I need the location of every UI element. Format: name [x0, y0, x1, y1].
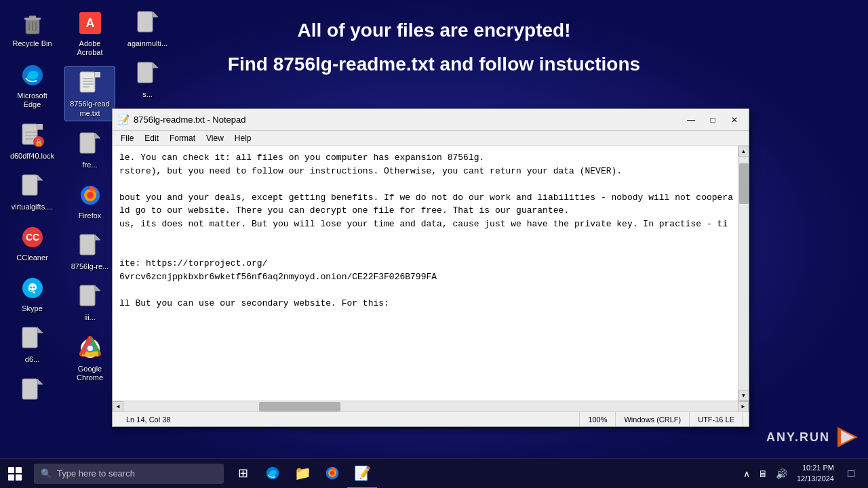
skype-label: Skype: [22, 304, 43, 313]
desktop-icon-s[interactable]: s...: [122, 58, 173, 102]
svg-rect-24: [22, 379, 37, 399]
virtualgifts-icon: [19, 173, 46, 200]
svg-point-39: [87, 192, 94, 199]
desktop-icon-8756lg-re2[interactable]: 8756lg-re...: [64, 230, 115, 274]
desktop-icon-adobe-acrobat[interactable]: A Adobe Acrobat: [64, 7, 115, 60]
notepad-content-area: le. You can check it: all files on you c…: [113, 146, 749, 401]
adobe-acrobat-icon: A: [77, 9, 104, 37]
taskbar-explorer-button[interactable]: 📁: [288, 459, 317, 489]
taskbar: 🔍 Type here to search ⊞ 📁 📝 ∧ 🖥 🔊: [0, 458, 868, 488]
desktop-icons-area: Recycle Bin Microsoft Edge 🔒 d6: [0, 0, 108, 441]
desktop-icon-microsoft-edge[interactable]: Microsoft Edge: [7, 59, 58, 112]
desktop-icon-d60dff40[interactable]: 🔒 d60dff40.lock: [7, 119, 58, 163]
search-icon: 🔍: [41, 468, 52, 479]
menu-edit[interactable]: Edit: [139, 132, 164, 144]
svg-text:🔒: 🔒: [35, 138, 43, 146]
hscroll-left-button[interactable]: ◀: [113, 401, 123, 412]
recycle-bin-label: Recycle Bin: [12, 39, 52, 48]
tray-network-icon[interactable]: 🖥: [755, 467, 770, 481]
svg-marker-23: [37, 327, 43, 333]
s-label: s...: [142, 90, 153, 99]
desktop-icon-ccleaner[interactable]: CC CCleaner: [7, 221, 58, 265]
menu-file[interactable]: File: [115, 132, 139, 144]
svg-marker-51: [153, 62, 158, 68]
desktop-icon-iii[interactable]: iii...: [64, 281, 115, 325]
scroll-thumb[interactable]: [739, 163, 749, 204]
desktop-icon-file-d[interactable]: d6...: [7, 323, 58, 367]
desktop-icon-file2[interactable]: [7, 374, 58, 409]
scroll-up-button[interactable]: ▲: [738, 146, 749, 157]
tray-chevron-icon[interactable]: ∧: [741, 467, 753, 481]
taskbar-firefox-button[interactable]: [317, 459, 347, 489]
scroll-down-button[interactable]: ▼: [738, 390, 749, 401]
desktop-icon-fre[interactable]: fre...: [64, 128, 115, 172]
vertical-scrollbar[interactable]: ▲ ▼: [738, 146, 749, 401]
status-encoding: UTF-16 LE: [690, 412, 743, 426]
google-chrome-icon: [77, 335, 104, 362]
svg-text:CC: CC: [25, 232, 39, 243]
notepad-taskbar-icon: 📝: [354, 465, 371, 481]
hscroll-right-button[interactable]: ▶: [738, 401, 749, 412]
svg-text:A: A: [85, 16, 94, 30]
menu-view[interactable]: View: [201, 132, 229, 144]
anyrun-watermark: ANY.RUN: [766, 424, 861, 451]
notepad-titlebar: 📝 8756lg-readme.txt - Notepad — □ ✕: [113, 109, 749, 131]
s-icon: [134, 60, 161, 87]
svg-marker-36: [95, 133, 100, 138]
status-position: Ln 14, Col 38: [118, 412, 580, 426]
desktop-icon-recycle-bin[interactable]: Recycle Bin: [7, 7, 58, 51]
virtualgifts-label: virtualgifts....: [12, 203, 54, 211]
desktop-icon-skype[interactable]: Skype: [7, 272, 58, 316]
svg-rect-42: [80, 285, 95, 306]
hscroll-thumb[interactable]: [259, 402, 340, 411]
iii-icon: [77, 283, 104, 310]
8756lg-re2-label: 8756lg-re...: [71, 262, 109, 271]
microsoft-edge-label: Microsoft Edge: [9, 92, 55, 109]
maximize-button[interactable]: □: [704, 113, 722, 127]
8756lg-re2-icon: [77, 232, 104, 260]
svg-rect-40: [80, 235, 95, 255]
menu-format[interactable]: Format: [164, 132, 201, 144]
firefox-label: Firefox: [79, 211, 102, 220]
scroll-track[interactable]: [738, 157, 749, 390]
edge-taskbar-icon: [264, 465, 281, 481]
notepad-text-area[interactable]: le. You can check it: all files on you c…: [113, 146, 738, 401]
taskbar-search[interactable]: 🔍 Type here to search: [34, 464, 224, 484]
microsoft-edge-icon: [19, 62, 46, 89]
recycle-bin-icon: [19, 9, 46, 37]
taskbar-tray: ∧ 🖥 🔊 10:21 PM 12/13/2024 □: [734, 462, 868, 485]
search-placeholder-text: Type here to search: [57, 468, 135, 479]
8756lg-readme-label: 8756lg-read me.txt: [68, 100, 112, 117]
hscroll-track[interactable]: [123, 401, 738, 411]
clock-date: 12/13/2024: [797, 474, 834, 484]
horizontal-scrollbar[interactable]: ◀ ▶: [113, 401, 749, 411]
desktop-icon-google-chrome[interactable]: Google Chrome: [64, 332, 115, 385]
8756lg-readme-icon: [77, 70, 104, 97]
status-line-ending: Windows (CRLF): [616, 412, 690, 426]
taskbar-notepad-button[interactable]: 📝: [347, 459, 377, 489]
menu-help[interactable]: Help: [229, 132, 257, 144]
notepad-title-text: 8756lg-readme.txt - Notepad: [134, 115, 678, 125]
minimize-button[interactable]: —: [682, 113, 700, 127]
clock-time: 10:21 PM: [797, 463, 834, 473]
ccleaner-icon: CC: [19, 224, 46, 251]
taskbar-edge-button[interactable]: [258, 459, 288, 489]
firefox-taskbar-icon: [324, 465, 340, 481]
svg-marker-49: [153, 12, 158, 17]
fre-label: fre...: [82, 161, 97, 169]
desktop-icon-againmulti[interactable]: againmulti...: [122, 7, 173, 51]
anyrun-logo-icon: [834, 424, 861, 451]
fre-icon: [77, 131, 104, 158]
task-view-button[interactable]: ⊞: [228, 459, 258, 489]
notification-button[interactable]: □: [841, 464, 861, 484]
anyrun-text: ANY.RUN: [766, 430, 830, 445]
start-button[interactable]: [0, 459, 30, 489]
adobe-acrobat-label: Adobe Acrobat: [67, 39, 113, 57]
system-clock[interactable]: 10:21 PM 12/13/2024: [793, 462, 838, 485]
desktop-icon-firefox[interactable]: Firefox: [64, 179, 115, 223]
tray-volume-icon[interactable]: 🔊: [773, 467, 790, 481]
desktop-icon-8756lg-readme[interactable]: 8756lg-read me.txt: [64, 66, 115, 121]
desktop-icon-virtualgifts[interactable]: virtualgifts....: [7, 170, 58, 214]
close-button[interactable]: ✕: [726, 113, 743, 127]
svg-rect-22: [22, 327, 37, 348]
